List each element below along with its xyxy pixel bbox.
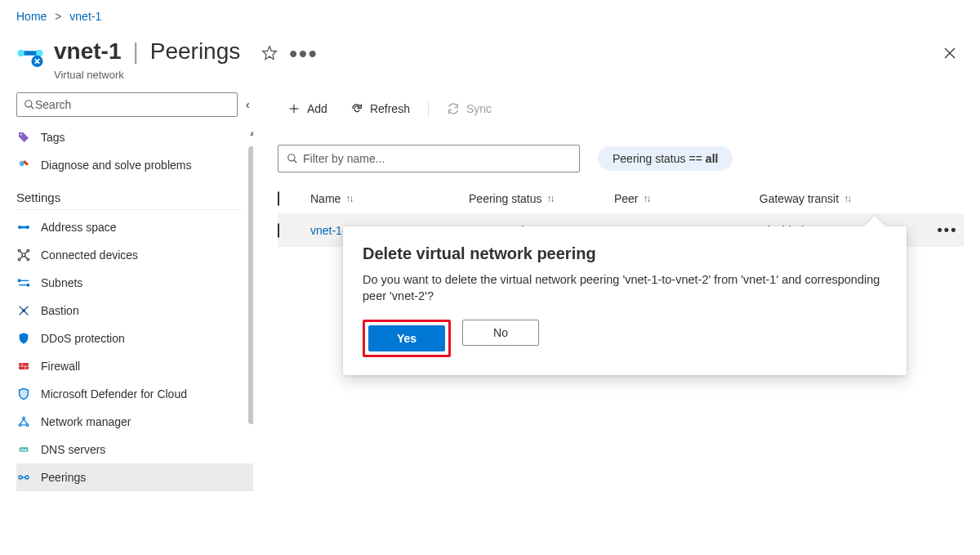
svg-point-9 (20, 134, 22, 136)
sidebar-item-tags[interactable]: Tags (16, 123, 253, 151)
svg-point-25 (27, 284, 29, 286)
refresh-button[interactable]: Refresh (341, 97, 420, 120)
sidebar-item-address-space[interactable]: Address space (16, 213, 253, 241)
svg-point-7 (25, 101, 32, 107)
sidebar: ‹‹ ▲ Tags Diagnose and solve problems Se… (0, 92, 253, 555)
svg-text:DNS: DNS (20, 448, 28, 452)
shield-icon (16, 331, 31, 346)
collapse-sidebar-icon[interactable]: ‹‹ (246, 98, 247, 111)
refresh-icon (350, 102, 363, 115)
svg-point-1 (17, 50, 24, 57)
sidebar-item-ddos[interactable]: DDoS protection (16, 324, 253, 352)
dialog-body: Do you want to delete the virtual networ… (363, 271, 887, 305)
sidebar-item-diagnose[interactable]: Diagnose and solve problems (16, 151, 253, 179)
breadcrumb-current[interactable]: vnet-1 (69, 10, 101, 23)
svg-point-34 (19, 424, 21, 427)
svg-point-15 (27, 249, 29, 252)
yes-button[interactable]: Yes (368, 325, 445, 351)
breadcrumb-home[interactable]: Home (16, 10, 47, 23)
sidebar-item-subnets[interactable]: Subnets (16, 269, 253, 297)
title-separator: | (132, 38, 138, 65)
svg-point-11 (19, 226, 21, 229)
firewall-icon (16, 359, 31, 374)
resource-name: vnet-1 (54, 38, 121, 65)
filter-input[interactable] (303, 152, 571, 165)
column-header-gateway[interactable]: Gateway transit ↑↓ (760, 192, 931, 205)
refresh-label: Refresh (370, 102, 410, 115)
favorite-star-icon[interactable] (261, 41, 278, 67)
sidebar-item-label: Network manager (41, 415, 131, 428)
header-label: Peer (614, 192, 639, 205)
svg-point-12 (26, 226, 29, 229)
filter-pill-peering-status[interactable]: Peering status == all (598, 146, 733, 171)
header-label: Gateway transit (760, 192, 839, 205)
delete-peering-dialog: Delete virtual network peering Do you wa… (343, 226, 906, 375)
peerings-icon (16, 470, 31, 485)
sidebar-item-label: Diagnose and solve problems (41, 159, 191, 172)
svg-point-35 (26, 424, 29, 427)
toolbar: Add Refresh Sync (278, 92, 964, 125)
svg-point-24 (18, 280, 20, 282)
column-header-status[interactable]: Peering status ↑↓ (469, 192, 614, 205)
sync-button[interactable]: Sync (437, 97, 501, 120)
dialog-actions: Yes No (363, 320, 887, 357)
resource-type-subtitle: Virtual network (54, 69, 964, 81)
toolbar-separator (428, 101, 429, 117)
svg-line-21 (24, 256, 27, 258)
sidebar-item-connected-devices[interactable]: Connected devices (16, 241, 253, 269)
select-all-checkbox[interactable] (278, 191, 279, 206)
sidebar-item-label: DDoS protection (41, 332, 125, 345)
sidebar-item-defender[interactable]: Microsoft Defender for Cloud (16, 380, 253, 408)
header-label: Peering status (469, 192, 542, 205)
row-checkbox[interactable] (278, 223, 279, 238)
sidebar-item-label: Address space (41, 221, 117, 234)
network-manager-icon (16, 414, 31, 429)
svg-point-28 (23, 310, 25, 312)
dns-icon: DNS (16, 442, 31, 457)
sidebar-item-label: Peerings (41, 471, 86, 484)
close-blade-icon[interactable] (942, 46, 957, 65)
page-header: vnet-1 | Peerings ••• Virtual network (0, 29, 980, 92)
sidebar-item-dns[interactable]: DNS DNS servers (16, 436, 253, 463)
search-icon (24, 99, 35, 110)
search-icon (287, 153, 298, 164)
connected-devices-icon (16, 248, 31, 262)
column-header-peer[interactable]: Peer ↑↓ (614, 192, 760, 205)
svg-point-33 (23, 417, 25, 419)
wrench-icon (16, 158, 31, 172)
sidebar-search[interactable] (16, 92, 238, 117)
sidebar-item-network-manager[interactable]: Network manager (16, 408, 253, 436)
svg-line-18 (20, 252, 23, 254)
sidebar-item-bastion[interactable]: Bastion (16, 297, 253, 324)
svg-point-46 (288, 154, 295, 161)
no-button[interactable]: No (462, 320, 539, 346)
row-context-menu-icon[interactable]: ••• (931, 222, 964, 239)
table-header-row: Name ↑↓ Peering status ↑↓ Peer ↑↓ Gatewa… (278, 184, 964, 213)
svg-point-14 (18, 249, 20, 252)
svg-point-42 (25, 476, 29, 479)
add-button[interactable]: Add (278, 97, 337, 120)
header-label: Name (310, 192, 341, 205)
column-header-name[interactable]: Name ↑↓ (310, 192, 469, 205)
svg-point-16 (18, 258, 20, 261)
filter-by-name[interactable] (278, 145, 580, 172)
add-label: Add (307, 102, 327, 115)
address-space-icon (16, 220, 31, 235)
svg-line-47 (294, 160, 297, 163)
sidebar-item-peerings[interactable]: Peerings (16, 463, 253, 491)
svg-line-37 (24, 419, 27, 424)
svg-line-36 (20, 419, 24, 424)
defender-icon (16, 387, 31, 401)
more-actions-icon[interactable]: ••• (289, 41, 318, 67)
pill-value: all (706, 152, 719, 165)
vnet-resource-icon (16, 39, 44, 67)
filter-row: Peering status == all (278, 145, 964, 172)
sort-arrows-icon: ↑↓ (345, 193, 352, 204)
sort-arrows-icon: ↑↓ (844, 193, 850, 204)
sidebar-item-firewall[interactable]: Firewall (16, 352, 253, 380)
highlight-annotation: Yes (363, 320, 451, 357)
main-content: Add Refresh Sync Peering status == all (253, 92, 980, 555)
pill-key: Peering status (612, 152, 686, 165)
svg-line-19 (24, 252, 27, 254)
sidebar-search-input[interactable] (35, 98, 230, 111)
